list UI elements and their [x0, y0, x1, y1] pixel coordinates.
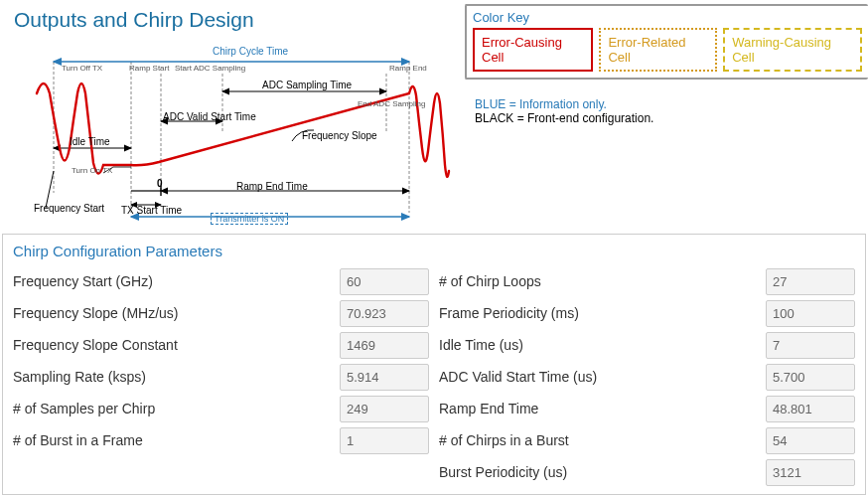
param-label: # of Samples per Chirp: [13, 401, 340, 416]
param-label: Frame Periodicity (ms): [439, 305, 766, 321]
label-turn-on-tx: Turn On TX: [72, 166, 112, 175]
param-label: Frequency Slope (MHz/us): [13, 305, 340, 321]
params-right-col: # of Chirp Loops Frame Periodicity (ms) …: [439, 265, 855, 488]
label-chirp-cycle-time: Chirp Cycle Time: [213, 46, 288, 57]
param-label: # of Chirps in a Burst: [439, 432, 766, 448]
param-label: Frequency Start (GHz): [13, 273, 340, 289]
label-ramp-start: Ramp Start: [129, 64, 169, 73]
sampling-rate-input[interactable]: [340, 364, 429, 391]
label-zero: 0: [157, 178, 163, 189]
label-idle-time: Idle Time: [70, 136, 110, 147]
param-label: Burst Periodicity (us): [439, 464, 766, 480]
label-start-adc-sampling: Start ADC Sampling: [175, 64, 245, 73]
legend-blue: BLUE = Information only.: [475, 97, 868, 111]
params-left-col: Frequency Start (GHz) Frequency Slope (M…: [13, 265, 429, 488]
key-error-related: Error-Related Cell: [599, 28, 717, 72]
frame-periodicity-input[interactable]: [766, 300, 855, 327]
freq-slope-const-input[interactable]: [340, 332, 429, 359]
param-label: ADC Valid Start Time (us): [439, 369, 766, 385]
param-label: Sampling Rate (ksps): [13, 369, 340, 385]
legend-black: BLACK = Front-end configuration.: [475, 111, 868, 125]
label-turn-off-tx: Turn Off TX: [62, 64, 102, 73]
param-label: # of Chirp Loops: [439, 273, 766, 289]
label-tx-start-time: TX Start Time: [121, 205, 182, 216]
adc-valid-start-input[interactable]: [766, 364, 855, 391]
key-warning-causing: Warning-Causing Cell: [723, 28, 862, 72]
param-label: Ramp End Time: [439, 401, 766, 416]
label-ramp-end: Ramp End: [389, 64, 427, 73]
label-adc-sampling-time: ADC Sampling Time: [262, 80, 352, 90]
param-label: Frequency Slope Constant: [13, 337, 340, 353]
idle-time-input[interactable]: [766, 332, 855, 359]
label-frequency-start: Frequency Start: [34, 203, 87, 214]
label-frequency-slope: Frequency Slope: [302, 130, 377, 141]
label-end-adc-sampling: End ADC Sampling: [358, 99, 397, 108]
ramp-end-time-input[interactable]: [766, 396, 855, 422]
chirps-per-burst-input[interactable]: [766, 427, 855, 454]
label-transmitter-on: Transmitter is ON: [211, 213, 288, 225]
burst-periodicity-input[interactable]: [766, 459, 855, 486]
label-adc-valid-start-time: ADC Valid Start Time: [163, 111, 222, 122]
key-error-causing: Error-Causing Cell: [473, 28, 593, 72]
freq-start-input[interactable]: [340, 268, 429, 295]
chirp-loops-input[interactable]: [766, 268, 855, 295]
param-label: Idle Time (us): [439, 337, 766, 353]
chirp-config-panel: Chirp Configuration Parameters Frequency…: [2, 234, 866, 495]
section-title: Outputs and Chirp Design: [14, 8, 451, 32]
color-key-title: Color Key: [473, 10, 862, 25]
freq-slope-input[interactable]: [340, 300, 429, 327]
chirp-timing-diagram: Chirp Cycle Time Turn Off TX Ramp Start …: [14, 34, 451, 228]
label-ramp-end-time: Ramp End Time: [236, 181, 308, 192]
legend: BLUE = Information only. BLACK = Front-e…: [475, 97, 868, 125]
color-key-box: Color Key Error-Causing Cell Error-Relat…: [465, 4, 868, 80]
samples-per-chirp-input[interactable]: [340, 396, 429, 422]
bursts-per-frame-input[interactable]: [340, 427, 429, 454]
param-label: # of Burst in a Frame: [13, 432, 340, 448]
chirp-config-title: Chirp Configuration Parameters: [13, 243, 855, 259]
